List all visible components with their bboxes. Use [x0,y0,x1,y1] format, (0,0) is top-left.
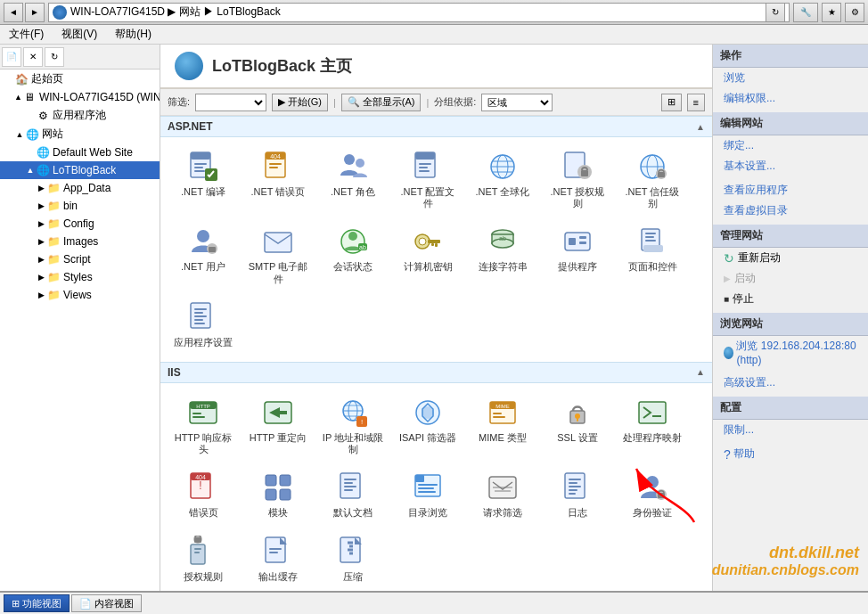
icon-net-compile[interactable]: .NET 编译 [168,144,239,216]
icon-ip-domain[interactable]: ! IP 地址和域限制 [317,390,389,462]
sidebar-item-label: 应用程序池 [53,108,106,123]
sidebar-item-styles[interactable]: ▶ 📁 Styles [0,268,160,286]
menu-help[interactable]: 帮助(H) [110,25,157,44]
icon-connstring[interactable]: ab 连接字符串 [467,219,538,291]
sidebar-item-views[interactable]: ▶ 📁 Views [0,286,160,304]
icon-net-global[interactable]: .NET 全球化 [467,144,538,216]
binding-link[interactable]: 绑定... [724,139,754,151]
panel-item-help[interactable]: ? 帮助 [713,444,868,464]
icon-handler[interactable]: 处理程序映射 [617,390,688,462]
panel-item-advanced-settings[interactable]: 高级设置... [713,372,868,393]
icon-request-filter[interactable]: 请求筛选 [467,465,538,525]
filter-select[interactable] [195,94,266,111]
default-doc-label: 默认文档 [333,507,373,519]
icon-output-cache[interactable]: 输出缓存 [242,529,314,589]
icon-appconfig[interactable]: 应用程序设置 [168,295,239,355]
panel-btn-start[interactable]: ▶ 启动 [713,268,868,289]
help-link[interactable]: 帮助 [733,446,755,462]
icon-http-redirect[interactable]: HTTP 重定向 [242,390,314,462]
sidebar-refresh-button[interactable]: ↻ [45,47,64,67]
icon-net-role[interactable]: .NET 角色 [317,144,389,216]
sidebar-delete-button[interactable]: ✕ [23,47,43,67]
content-view-button[interactable]: 📄 内容视图 [71,594,142,612]
icon-smtp[interactable]: SMTP 电子邮件 [242,219,314,291]
list-view-button[interactable]: ≡ [687,94,705,111]
sidebar-item-server[interactable]: ▲ 🖥 WIN-LOA77IG415D (WIN-L [0,88,160,106]
provider-label: 提供程序 [558,261,597,273]
panel-item-binding[interactable]: 绑定... [713,135,868,156]
panel-item-edit-perms[interactable]: 编辑权限... [713,88,868,109]
icon-module[interactable]: 模块 [242,465,314,525]
icon-net-user[interactable]: .NET 用户 [168,219,239,291]
sidebar-item-startpage[interactable]: 🏠 起始页 [0,70,160,88]
forward-button[interactable]: ► [25,3,45,22]
dir-browse-label: 目录浏览 [408,507,447,519]
panel-item-view-vdir[interactable]: 查看虚拟目录 [713,201,868,221]
func-view-button[interactable]: ⊞ 功能视图 [4,594,70,612]
panel-item-basic-settings[interactable]: 基本设置... [713,156,868,176]
sidebar-item-apppool[interactable]: ⚙ 应用程序池 [0,106,160,125]
icon-dir-browse[interactable]: 目录浏览 [392,465,463,525]
view-vdir-link[interactable]: 查看虚拟目录 [724,204,788,217]
icon-default-doc[interactable]: 默认文档 [317,465,389,525]
basic-settings-link[interactable]: 基本设置... [724,160,775,172]
panel-item-browse-ip[interactable]: 浏览 192.168.204.128:80 (http) [713,336,868,369]
stop-label: 停止 [733,291,754,307]
back-button[interactable]: ◄ [4,3,23,22]
menu-view[interactable]: 视图(V) [56,25,102,44]
icon-auth-rule2[interactable]: 授权规则 [168,529,239,589]
sites-icon: 🌐 [25,127,39,142]
icon-http-response[interactable]: HTTP HTTP 响应标头 [168,390,239,462]
svg-text:ab: ab [499,235,506,242]
icon-machinekey[interactable]: 计算机密钥 [392,219,463,291]
icon-log[interactable]: 日志 [542,465,613,525]
panel-btn-restart[interactable]: ↻ 重新启动 [713,248,868,268]
filter-start-button[interactable]: ▶ 开始(G) [272,94,328,111]
address-bar[interactable]: WIN-LOA77IG415D ▶ 网站 ▶ LoTBlogBack ↻ [48,3,790,22]
panel-item-browse[interactable]: 浏览 [713,68,868,88]
sidebar-item-script[interactable]: ▶ 📁 Script [0,250,160,268]
icon-provider[interactable]: 提供程序 [542,219,613,291]
compat-button[interactable]: 🔧 [793,3,818,22]
view-app-link[interactable]: 查看应用程序 [724,184,788,196]
browse-ip-link[interactable]: 浏览 192.168.204.128:80 (http) [736,339,857,366]
icon-compress[interactable]: 压缩 [317,529,389,589]
aspnet-collapse-icon[interactable]: ▲ [696,122,705,132]
sidebar-item-lotblogback[interactable]: ▲ 🌐 LoTBlogBack [0,161,160,179]
panel-btn-stop[interactable]: ■ 停止 [713,289,868,309]
icon-net-auth[interactable]: .NET 授权规则 [542,144,613,216]
refresh-address-button[interactable]: ↻ [766,3,785,22]
icon-net-config[interactable]: .NET 配置文件 [392,144,463,216]
edit-perms-link[interactable]: 编辑权限... [724,92,775,104]
browse-link[interactable]: 浏览 [724,71,745,84]
advanced-settings-link[interactable]: 高级设置... [724,376,775,389]
icon-pages[interactable]: 页面和控件 [617,219,688,291]
star-button[interactable]: ★ [822,3,841,22]
sidebar-new-button[interactable]: 📄 [2,47,21,67]
filter-showall-button[interactable]: 🔍 全部显示(A) [341,94,422,111]
sidebar-item-sites[interactable]: ▲ 🌐 网站 [0,125,160,143]
sidebar-item-images[interactable]: ▶ 📁 Images [0,233,160,250]
net-trust-label: .NET 信任级别 [621,186,684,209]
icon-mime[interactable]: MIME MIME 类型 [467,390,538,462]
icon-net-trust[interactable]: .NET 信任级别 [617,144,688,216]
icon-net-error[interactable]: 404 .NET 错误页 [242,144,314,216]
sidebar-item-appdata[interactable]: ▶ 📁 App_Data [0,179,160,197]
iis-collapse-icon[interactable]: ▲ [696,367,705,377]
icon-isapi[interactable]: ISAPI 筛选器 [392,390,463,462]
icon-ssl[interactable]: SSL 设置 [542,390,613,462]
icon-auth[interactable]: 身份验证 [617,465,688,525]
sidebar-item-default-site[interactable]: 🌐 Default Web Site [0,143,160,161]
menu-file[interactable]: 文件(F) [4,25,49,44]
content-scroll[interactable]: ASP.NET ▲ .NET 编译 404 .NET 错误页 [160,116,712,591]
icon-session[interactable]: ab 会话状态 [317,219,389,291]
groupby-select[interactable]: 区域 [481,94,553,111]
panel-item-view-app[interactable]: 查看应用程序 [713,180,868,201]
sidebar-item-config[interactable]: ▶ 📁 Config [0,215,160,233]
icon-error-page-iis[interactable]: 404! 错误页 [168,465,239,525]
tools-button[interactable]: ⚙ [845,3,864,22]
limit-link[interactable]: 限制... [724,423,754,436]
sidebar-item-bin[interactable]: ▶ 📁 bin [0,197,160,215]
panel-item-limit[interactable]: 限制... [713,420,868,440]
view-toggle-button[interactable]: ⊞ [661,94,682,111]
